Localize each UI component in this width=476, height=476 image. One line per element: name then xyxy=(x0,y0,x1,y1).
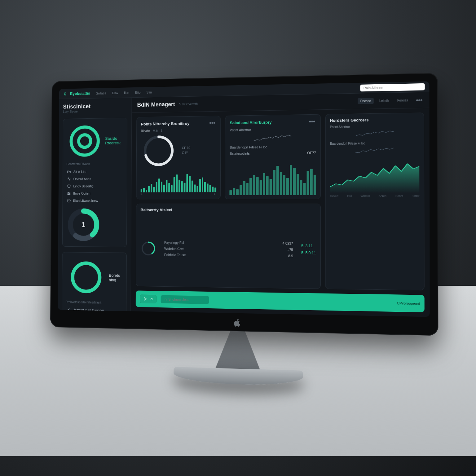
metrics-row-1: Baardendprl Pilese Fi loc xyxy=(230,145,316,149)
shield-icon xyxy=(67,184,71,188)
stats-title: Beltserrty Aisieel xyxy=(140,208,172,212)
svg-point-15 xyxy=(210,122,211,123)
circle-icon xyxy=(66,256,107,299)
metrics-card: Saiad and Alrerburpry Pstint Abertror Ba… xyxy=(225,114,321,199)
gauge-labels: CF 10 O IY xyxy=(182,146,190,156)
apple-logo-icon xyxy=(234,319,242,327)
topbar-menu-2[interactable]: Ilen xyxy=(124,91,129,95)
sidebar-task-1[interactable]: Itteansset Expotermic xyxy=(65,313,122,317)
topbar-menu-0[interactable]: Siiilaes xyxy=(96,91,106,95)
action-hint: CPyoroppeant xyxy=(397,301,420,306)
sidebar-card-overview-title: Sasrdo Rrodreck xyxy=(67,122,124,160)
page-subtitle: Lary Slyore xyxy=(63,109,127,113)
stats-extra-1: 5: 5:0:11 xyxy=(301,250,316,257)
sidebar-card-tasks-sub: Rrobvothst odsersteerlinunt xyxy=(66,300,123,305)
svg-point-9 xyxy=(73,263,100,292)
clock-icon xyxy=(67,198,71,203)
folder-icon xyxy=(67,170,71,174)
svg-point-17 xyxy=(214,122,215,123)
dots-icon xyxy=(415,96,423,104)
activity-card: Pobts Nitrerchy Brdnitiroy Riealw M.b 1 xyxy=(136,116,221,199)
sidebar-item-0[interactable]: Alt-e-Lire xyxy=(66,168,123,175)
main-tab-0[interactable]: Poccee xyxy=(358,98,374,104)
sidebar: Stisclnicet Lary Slyore Sasrdo Rrodreck … xyxy=(58,98,132,311)
activity-icon xyxy=(67,177,71,181)
main-subtitle: S str ctvermth xyxy=(179,102,198,106)
trend-axis: CuverfFoll WhtentAhren PenntTotter xyxy=(330,194,420,198)
sidebar-card-tasks: Borets hing Rrobvothst odsersteerlinunt … xyxy=(62,252,127,317)
action-chip[interactable]: Iel xyxy=(140,294,156,303)
donut-center-value: 1 xyxy=(66,206,101,243)
sidebar-item-3[interactable]: Ihrve Ociierr xyxy=(66,190,123,197)
metrics-sparkline xyxy=(230,133,316,143)
stats-extra-0: 5: 3.11 xyxy=(301,243,316,250)
brand-logo-icon xyxy=(63,91,68,96)
target-icon xyxy=(67,122,103,160)
metrics-title: Saiad and Alrerburpry xyxy=(230,120,271,125)
main-tab-2[interactable]: Foreiss xyxy=(395,97,411,104)
sidebar-card-tasks-title: Borets hing xyxy=(66,256,123,299)
trend-spark-1 xyxy=(330,129,419,139)
stats-row-0: Faysringy Fal4 0237 xyxy=(164,241,293,245)
sidebar-item-2[interactable]: Lihov Bceertig xyxy=(66,182,123,190)
metrics-row-0: Pstint Abertror xyxy=(230,127,316,132)
monitor-bezel: Eyobsiattis Siiilaes Diiw Ilen Biio Siia… xyxy=(50,73,439,336)
trend-title: Hordsters Gecrcers xyxy=(330,117,369,123)
search-input[interactable] xyxy=(360,83,425,91)
topbar-menu-4[interactable]: Siia xyxy=(146,90,152,94)
stats-row-2: Poirfelle Teuse8.5 xyxy=(164,253,293,258)
main-title: BdlN Menagert xyxy=(137,101,175,108)
play-icon xyxy=(143,297,148,301)
sidebar-card-overview: Sasrdo Rrodreck Poomersh Pilvaen Alt-e-L… xyxy=(62,118,127,247)
main-tab-1[interactable]: Leilnth xyxy=(377,98,391,104)
brand[interactable]: Eyobsiattis xyxy=(63,91,90,96)
trend-area-chart xyxy=(330,158,420,193)
sidebar-item-4[interactable]: Elan Litwcet Inew xyxy=(66,197,123,204)
trend-spark-2 xyxy=(330,146,420,156)
activity-bar-chart xyxy=(141,169,216,192)
circle-outline-icon xyxy=(66,315,70,317)
sidebar-task-0[interactable]: Hocrtert Ioarl Danotier xyxy=(66,306,123,315)
topbar-menu-1[interactable]: Diiw xyxy=(112,91,118,95)
svg-point-16 xyxy=(212,122,213,123)
action-input[interactable] xyxy=(161,295,209,304)
sliders-icon xyxy=(67,191,71,196)
brand-label: Eyobsiattis xyxy=(70,91,90,96)
activity-more-button[interactable] xyxy=(209,120,217,126)
stats-ring-icon xyxy=(140,240,156,257)
stats-row-1: Wobrion Cret-.75 xyxy=(164,247,293,251)
sidebar-item-1[interactable]: Orvnrd Aaes xyxy=(66,175,123,183)
sidebar-card-overview-sub: Poomersh Pilvaen xyxy=(66,162,123,166)
svg-point-20 xyxy=(309,121,310,122)
svg-point-12 xyxy=(416,99,418,101)
metrics-row-2: BstatesotlintsOE77 xyxy=(230,151,316,155)
more-options-button[interactable] xyxy=(415,97,423,103)
svg-point-21 xyxy=(311,121,312,122)
activity-title: Pobts Nitrerchy Brdnitiroy xyxy=(141,121,190,126)
main-content: BdlN Menagert S str ctvermth Poccee Leil… xyxy=(131,92,430,317)
trend-card: Hordsters Gecrcers Pstint Abertror Baard… xyxy=(325,112,425,290)
metrics-more-button[interactable] xyxy=(308,118,316,125)
sidebar-donut-chart: 1 xyxy=(66,206,101,243)
svg-point-1 xyxy=(79,135,91,148)
metrics-bar-chart xyxy=(230,156,316,195)
screen: Eyobsiattis Siiilaes Diiw Ilen Biio Siia… xyxy=(58,81,430,317)
check-icon xyxy=(66,308,70,312)
activity-gauge xyxy=(141,132,177,169)
stats-card: Beltserrty Aisieel Faysringy Fal4 0237 W… xyxy=(136,204,321,289)
svg-point-0 xyxy=(71,127,98,155)
svg-point-14 xyxy=(421,99,422,101)
svg-point-10 xyxy=(67,316,69,317)
svg-point-22 xyxy=(314,121,315,122)
main-tabs: Poccee Leilnth Foreiss xyxy=(358,97,411,104)
dots-icon xyxy=(308,117,316,126)
topbar-menu-3[interactable]: Biio xyxy=(135,90,141,94)
svg-point-13 xyxy=(419,99,420,101)
monitor: Eyobsiattis Siiilaes Diiw Ilen Biio Siia… xyxy=(50,73,439,336)
dots-icon xyxy=(209,119,217,127)
